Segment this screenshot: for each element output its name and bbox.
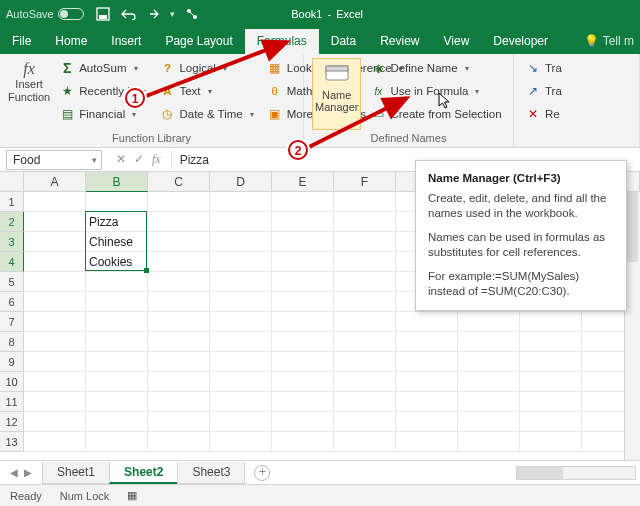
enter-icon[interactable]: ✓ xyxy=(134,152,144,167)
tab-file[interactable]: File xyxy=(0,29,43,54)
cell[interactable] xyxy=(334,332,396,352)
new-sheet-button[interactable]: + xyxy=(254,465,270,481)
cell[interactable] xyxy=(148,192,210,212)
cell[interactable] xyxy=(148,272,210,292)
trace-precedents-button[interactable]: ↘Tra xyxy=(522,58,566,78)
tab-page-layout[interactable]: Page Layout xyxy=(153,29,244,54)
cell[interactable] xyxy=(24,412,86,432)
cell[interactable] xyxy=(148,292,210,312)
cell[interactable]: Cookies xyxy=(86,252,148,272)
row-header[interactable]: 6 xyxy=(0,292,24,312)
tab-view[interactable]: View xyxy=(432,29,482,54)
cell[interactable] xyxy=(458,372,520,392)
autosave-toggle[interactable]: AutoSave xyxy=(6,8,84,20)
cell[interactable] xyxy=(210,412,272,432)
sheet-tab[interactable]: Sheet2 xyxy=(109,462,178,484)
remove-arrows-button[interactable]: ✕Re xyxy=(522,104,566,124)
create-from-selection-button[interactable]: ▭Create from Selection xyxy=(367,104,505,124)
cell[interactable] xyxy=(520,352,582,372)
cell[interactable] xyxy=(334,432,396,452)
row-header[interactable]: 1 xyxy=(0,192,24,212)
cell[interactable] xyxy=(272,412,334,432)
cell[interactable] xyxy=(210,352,272,372)
cell[interactable] xyxy=(520,312,582,332)
save-icon[interactable] xyxy=(96,7,110,21)
row-header[interactable]: 3 xyxy=(0,232,24,252)
row-header[interactable]: 8 xyxy=(0,332,24,352)
column-header[interactable]: B xyxy=(86,172,148,192)
cell[interactable] xyxy=(24,252,86,272)
cell[interactable] xyxy=(24,312,86,332)
cell[interactable] xyxy=(272,292,334,312)
cell[interactable] xyxy=(334,412,396,432)
cell[interactable] xyxy=(272,272,334,292)
column-header[interactable]: A xyxy=(24,172,86,192)
cell[interactable] xyxy=(86,272,148,292)
cell[interactable] xyxy=(520,372,582,392)
logical-button[interactable]: ?Logical▾ xyxy=(156,58,257,78)
cancel-icon[interactable]: ✕ xyxy=(116,152,126,167)
cell[interactable] xyxy=(396,432,458,452)
cell[interactable] xyxy=(86,332,148,352)
column-header[interactable]: D xyxy=(210,172,272,192)
define-name-button[interactable]: ◈Define Name▾ xyxy=(367,58,505,78)
cell[interactable]: Pizza xyxy=(86,212,148,232)
row-header[interactable]: 5 xyxy=(0,272,24,292)
trace-dependents-button[interactable]: ↗Tra xyxy=(522,81,566,101)
macro-record-icon[interactable]: ▦ xyxy=(127,489,137,502)
sheet-tab[interactable]: Sheet1 xyxy=(42,462,110,484)
cell[interactable] xyxy=(148,312,210,332)
text-button[interactable]: AText▾ xyxy=(156,81,257,101)
cell[interactable] xyxy=(334,292,396,312)
cell[interactable] xyxy=(334,312,396,332)
cell[interactable] xyxy=(24,332,86,352)
cell[interactable] xyxy=(396,412,458,432)
cell[interactable] xyxy=(86,372,148,392)
row-header[interactable]: 7 xyxy=(0,312,24,332)
tell-me[interactable]: 💡 Tell m xyxy=(578,29,640,54)
row-header[interactable]: 2 xyxy=(0,212,24,232)
cell[interactable] xyxy=(148,372,210,392)
use-in-formula-button[interactable]: fxUse in Formula▾ xyxy=(367,81,505,101)
cell[interactable] xyxy=(148,432,210,452)
tab-formulas[interactable]: Formulas xyxy=(245,29,319,54)
cell[interactable] xyxy=(210,372,272,392)
cell[interactable] xyxy=(334,372,396,392)
sheet-nav-next-icon[interactable]: ▶ xyxy=(24,467,32,478)
cell[interactable] xyxy=(272,252,334,272)
autosum-button[interactable]: ΣAutoSum▾ xyxy=(56,58,150,78)
cell[interactable] xyxy=(334,192,396,212)
undo-icon[interactable] xyxy=(120,8,136,20)
cell[interactable] xyxy=(272,432,334,452)
row-header[interactable]: 9 xyxy=(0,352,24,372)
redo-icon[interactable] xyxy=(146,8,160,20)
insert-function-button[interactable]: fx Insert Function xyxy=(8,58,50,130)
cell[interactable]: Chinese xyxy=(86,232,148,252)
cell[interactable] xyxy=(210,292,272,312)
cell[interactable] xyxy=(458,332,520,352)
tab-home[interactable]: Home xyxy=(43,29,99,54)
cell[interactable] xyxy=(210,432,272,452)
cell[interactable] xyxy=(334,272,396,292)
column-header[interactable]: F xyxy=(334,172,396,192)
cell[interactable] xyxy=(210,192,272,212)
cell[interactable] xyxy=(86,392,148,412)
name-box[interactable]: Food xyxy=(6,150,102,170)
cell[interactable] xyxy=(24,352,86,372)
cell[interactable] xyxy=(148,252,210,272)
cell[interactable] xyxy=(334,232,396,252)
cell[interactable] xyxy=(24,392,86,412)
cell[interactable] xyxy=(272,212,334,232)
cell[interactable] xyxy=(520,412,582,432)
cell[interactable] xyxy=(86,312,148,332)
cell[interactable] xyxy=(334,392,396,412)
select-all-corner[interactable] xyxy=(0,172,24,192)
row-header[interactable]: 4 xyxy=(0,252,24,272)
cell[interactable] xyxy=(210,252,272,272)
horizontal-scrollbar[interactable] xyxy=(516,466,636,480)
cell[interactable] xyxy=(210,272,272,292)
cell[interactable] xyxy=(458,432,520,452)
cell[interactable] xyxy=(334,352,396,372)
cell[interactable] xyxy=(86,412,148,432)
cell[interactable] xyxy=(210,232,272,252)
